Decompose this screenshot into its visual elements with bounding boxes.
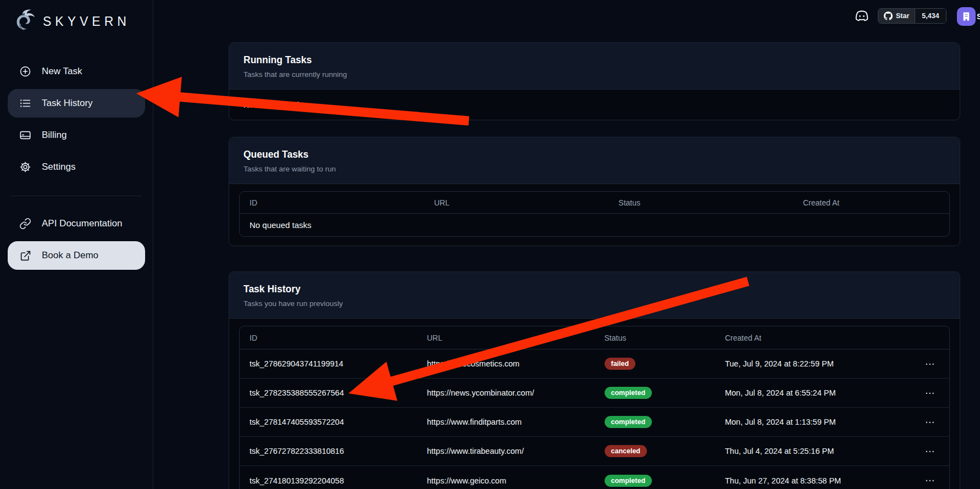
status-badge: completed — [605, 475, 652, 487]
table-row[interactable]: tsk_278629043741199914 https://tartecosm… — [240, 349, 949, 379]
sidebar-item-label: Settings — [42, 162, 75, 173]
created-at-cell: Mon, Jul 8, 2024 at 6:55:24 PM — [715, 388, 900, 397]
credit-card-icon — [19, 129, 32, 142]
task-url-cell: https://www.finditparts.com — [417, 418, 595, 426]
card-subtitle: Tasks that are currently running — [243, 70, 945, 79]
sidebar-item-settings[interactable]: Settings — [8, 153, 145, 181]
task-url-cell: https://tartecosmetics.com — [417, 359, 595, 368]
skyvern-dragon-icon — [12, 8, 37, 35]
card-subtitle: Tasks that are waiting to run — [243, 165, 945, 173]
column-header-url: URL — [417, 334, 595, 342]
table-row[interactable]: tsk_274180139292204058 https://www.geico… — [240, 466, 949, 489]
task-id-cell: tsk_276727822333810816 — [240, 447, 417, 455]
running-tasks-empty-state: No running tasks — [229, 90, 960, 120]
column-header-url: URL — [424, 198, 609, 207]
row-actions-button[interactable]: ⋯ — [921, 443, 939, 459]
task-id-cell: tsk_278629043741199914 — [240, 359, 417, 368]
task-url-cell: https://www.tirabeauty.com/ — [417, 447, 595, 455]
user-name-label: S — [977, 12, 980, 21]
sidebar: SKYVERN New Task Task History Billing — [0, 0, 153, 489]
status-badge: completed — [605, 416, 652, 428]
external-link-icon — [19, 249, 32, 262]
column-header-status: Status — [608, 198, 793, 207]
row-actions-button[interactable]: ⋯ — [921, 385, 939, 401]
sidebar-primary-nav: New Task Task History Billing — [8, 57, 145, 181]
link-icon — [19, 217, 32, 230]
sidebar-item-label: Book a Demo — [42, 250, 98, 261]
sidebar-item-billing[interactable]: Billing — [8, 121, 145, 149]
task-url-cell: https://news.ycombinator.com/ — [417, 388, 595, 397]
queued-tasks-header: Queued Tasks Tasks that are waiting to r… — [229, 137, 960, 184]
organization-icon — [961, 12, 971, 21]
sidebar-item-label: New Task — [42, 66, 82, 77]
column-header-created-at: Created At — [793, 198, 949, 207]
table-header-row: ID URL Status Created At — [240, 326, 949, 349]
card-title: Queued Tasks — [243, 149, 945, 160]
status-badge: canceled — [605, 445, 647, 457]
running-tasks-header: Running Tasks Tasks that are currently r… — [229, 43, 960, 90]
table-row[interactable]: tsk_278235388555267564 https://news.ycom… — [240, 379, 949, 408]
sidebar-item-api-documentation[interactable]: API Documentation — [8, 209, 145, 238]
skyvern-logo[interactable]: SKYVERN — [8, 5, 145, 38]
row-actions-button[interactable]: ⋯ — [921, 473, 939, 488]
gear-icon — [19, 160, 32, 174]
task-history-header: Task History Tasks you have run previous… — [229, 272, 960, 319]
content-column: Running Tasks Tasks that are currently r… — [229, 0, 960, 489]
column-header-id: ID — [240, 198, 424, 207]
brand-wordmark: SKYVERN — [43, 14, 130, 29]
task-id-cell: tsk_274180139292204058 — [240, 476, 417, 485]
queued-tasks-empty-state: No queued tasks — [240, 214, 949, 236]
card-subtitle: Tasks you have run previously — [243, 299, 945, 308]
sidebar-item-book-a-demo[interactable]: Book a Demo — [8, 241, 145, 270]
status-badge: completed — [605, 387, 652, 399]
created-at-cell: Thu, Jun 27, 2024 at 8:38:58 PM — [715, 476, 900, 485]
column-header-created-at: Created At — [715, 334, 900, 342]
sidebar-item-label: Task History — [42, 98, 93, 109]
task-id-cell: tsk_278235388555267564 — [240, 388, 417, 397]
sidebar-item-task-history[interactable]: Task History — [8, 89, 145, 118]
sidebar-secondary-nav: API Documentation Book a Demo — [8, 209, 145, 270]
status-badge: failed — [605, 358, 636, 370]
sidebar-item-new-task[interactable]: New Task — [8, 57, 145, 86]
card-title: Running Tasks — [243, 54, 945, 66]
created-at-cell: Thu, Jul 4, 2024 at 5:25:16 PM — [715, 447, 900, 455]
sidebar-divider — [11, 196, 142, 196]
row-actions-button[interactable]: ⋯ — [921, 356, 939, 372]
column-header-id: ID — [240, 334, 417, 342]
list-icon — [19, 97, 32, 110]
card-title: Task History — [243, 284, 945, 295]
table-row[interactable]: tsk_278147405593572204 https://www.findi… — [240, 408, 949, 437]
created-at-cell: Mon, Jul 8, 2024 at 1:13:59 PM — [715, 418, 900, 426]
queued-tasks-card: Queued Tasks Tasks that are waiting to r… — [229, 137, 960, 246]
plus-circle-icon — [19, 65, 32, 78]
task-history-card: Task History Tasks you have run previous… — [229, 271, 960, 489]
sidebar-item-label: Billing — [42, 130, 67, 141]
queued-tasks-table: ID URL Status Created At No queued tasks — [239, 191, 950, 237]
app-window: SKYVERN New Task Task History Billing — [0, 0, 980, 489]
sidebar-item-label: API Documentation — [42, 218, 122, 229]
task-history-table: ID URL Status Created At tsk_27862904374… — [239, 326, 950, 489]
main-area: Star 5,434 S Running Tasks Tasks that ar… — [153, 0, 980, 489]
table-row[interactable]: tsk_276727822333810816 https://www.tirab… — [240, 437, 949, 466]
task-url-cell: https://www.geico.com — [417, 476, 595, 485]
task-id-cell: tsk_278147405593572204 — [240, 418, 417, 426]
column-header-status: Status — [595, 334, 715, 342]
created-at-cell: Tue, Jul 9, 2024 at 8:22:59 PM — [715, 359, 900, 368]
row-actions-button[interactable]: ⋯ — [921, 414, 939, 430]
running-tasks-card: Running Tasks Tasks that are currently r… — [229, 42, 960, 120]
table-header-row: ID URL Status Created At — [240, 192, 949, 214]
